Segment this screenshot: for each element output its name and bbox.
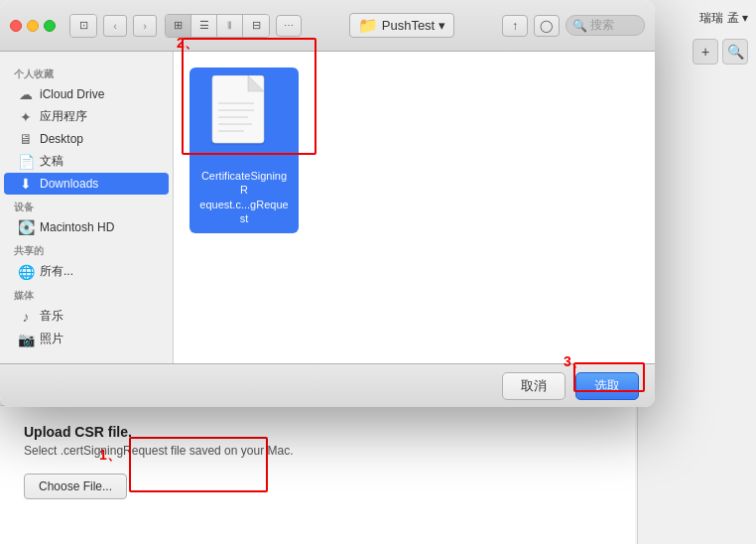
documents-icon: 📄 <box>18 154 34 170</box>
choose-file-button[interactable]: Choose File... <box>24 474 127 499</box>
user-name: 瑞瑞 孟 ▾ <box>646 10 748 27</box>
sidebar-item-desktop[interactable]: 🖥 Desktop <box>4 128 169 150</box>
finder-toolbar: ⊡ ‹ › ⊞ ☰ ⫴ ⊟ ⋯ 📁 PushTest ▾ ↑ ◯ 🔍 搜索 <box>0 0 655 52</box>
minimize-button[interactable] <box>27 20 39 32</box>
folder-icon: 📁 <box>358 16 378 35</box>
section-label-media: 媒体 <box>0 283 173 305</box>
sidebar-item-macintosh[interactable]: 💽 Macintosh HD <box>4 216 169 238</box>
airdrop-button[interactable]: ◯ <box>534 15 560 37</box>
gallery-view-button[interactable]: ⊟ <box>243 15 269 37</box>
file-icon-wrapper <box>204 73 284 163</box>
add-button[interactable]: + <box>693 39 718 65</box>
downloads-icon: ⬇ <box>18 176 34 192</box>
column-view-button[interactable]: ⫴ <box>217 15 243 37</box>
view-sidebar-button[interactable]: ⊡ <box>70 15 96 37</box>
layout-toggle-group: ⊞ ☰ ⫴ ⊟ <box>165 14 270 38</box>
panel-buttons: + 🔍 <box>646 39 748 65</box>
file-label: CertificateSigningR equest.c...gRequest <box>195 167 293 227</box>
section-label-devices: 设备 <box>0 195 173 216</box>
sidebar-label-macintosh: Macintosh HD <box>40 220 114 234</box>
sidebar-label-music: 音乐 <box>40 308 63 325</box>
photos-icon: 📷 <box>18 332 34 347</box>
sidebar-item-music[interactable]: ♪ 音乐 <box>4 305 169 328</box>
list-view-button[interactable]: ☰ <box>191 15 217 37</box>
music-icon: ♪ <box>18 309 34 325</box>
applications-icon: ✦ <box>18 109 34 125</box>
desktop-icon: 🖥 <box>18 131 34 147</box>
sidebar-item-applications[interactable]: ✦ 应用程序 <box>4 105 169 128</box>
finder-main: 个人收藏 ☁ iCloud Drive ✦ 应用程序 🖥 Desktop 📄 文… <box>0 52 655 363</box>
forward-button[interactable]: › <box>133 15 157 37</box>
upload-desc: Select .certSigningRequest file saved on… <box>24 444 611 458</box>
search-icon: 🔍 <box>572 19 587 33</box>
finder-dialog: ⊡ ‹ › ⊞ ☰ ⫴ ⊟ ⋯ 📁 PushTest ▾ ↑ ◯ 🔍 搜索 个人… <box>0 0 655 407</box>
search-box[interactable]: 🔍 搜索 <box>566 15 645 36</box>
icon-view-button[interactable]: ⊞ <box>166 15 191 37</box>
folder-name: PushTest <box>382 18 435 33</box>
macintosh-icon: 💽 <box>18 219 34 235</box>
sidebar-item-icloud[interactable]: ☁ iCloud Drive <box>4 83 169 105</box>
document-icon <box>208 75 280 161</box>
finder-bottom-bar: 取消 选取 <box>0 363 655 407</box>
icloud-icon: ☁ <box>18 86 34 102</box>
sidebar-item-all[interactable]: 🌐 所有... <box>4 260 169 283</box>
finder-sidebar: 个人收藏 ☁ iCloud Drive ✦ 应用程序 🖥 Desktop 📄 文… <box>0 52 174 363</box>
network-icon: 🌐 <box>18 264 34 280</box>
back-button[interactable]: ‹ <box>103 15 127 37</box>
view-toggle-group: ⊡ <box>69 14 97 38</box>
upload-title: Upload CSR file. <box>24 424 611 440</box>
sidebar-item-documents[interactable]: 📄 文稿 <box>4 150 169 173</box>
sidebar-label-all: 所有... <box>40 263 73 280</box>
search-placeholder: 搜索 <box>590 17 614 34</box>
current-folder[interactable]: 📁 PushTest ▾ <box>349 13 454 38</box>
section-label-shared: 共享的 <box>0 238 173 260</box>
section-label-favorites: 个人收藏 <box>0 62 173 83</box>
right-panel: 瑞瑞 孟 ▾ + 🔍 <box>637 0 756 544</box>
sidebar-label-photos: 照片 <box>40 331 63 347</box>
traffic-lights <box>10 20 56 32</box>
file-item-csr[interactable]: CertificateSigningR equest.c...gRequest <box>189 68 299 233</box>
sidebar-label-applications: 应用程序 <box>40 108 87 125</box>
sidebar-label-downloads: Downloads <box>40 177 98 191</box>
sidebar-label-desktop: Desktop <box>40 132 83 146</box>
choose-button[interactable]: 选取 <box>575 372 639 400</box>
sidebar-item-photos[interactable]: 📷 照片 <box>4 328 169 350</box>
search-button[interactable]: 🔍 <box>722 39 748 65</box>
chevron-down-icon: ▾ <box>439 18 445 33</box>
close-button[interactable] <box>10 20 22 32</box>
maximize-button[interactable] <box>44 20 56 32</box>
sidebar-label-documents: 文稿 <box>40 153 63 170</box>
sidebar-item-downloads[interactable]: ⬇ Downloads <box>4 173 169 195</box>
cancel-button[interactable]: 取消 <box>502 372 566 400</box>
sidebar-label-icloud: iCloud Drive <box>40 87 104 101</box>
share-button[interactable]: ↑ <box>502 15 528 37</box>
action-button[interactable]: ⋯ <box>276 15 302 37</box>
upload-section: Upload CSR file. Select .certSigningRequ… <box>0 405 635 544</box>
finder-files-area[interactable]: CertificateSigningR equest.c...gRequest <box>174 52 655 363</box>
